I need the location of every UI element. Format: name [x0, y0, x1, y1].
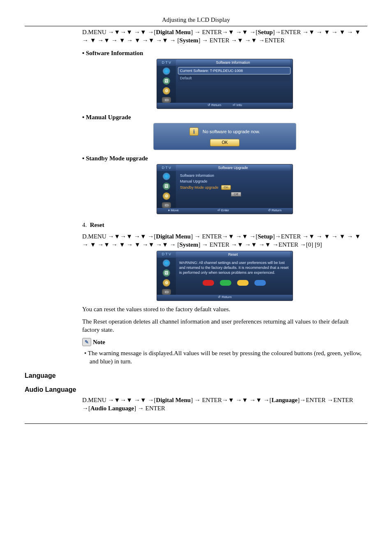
footer-return[interactable]: ↺ Return — [208, 103, 221, 108]
nav-enter2: ENTER — [281, 29, 301, 35]
osd-main: Software Information Manual Upgrade Stan… — [176, 171, 293, 208]
globe-icon: 🌐 — [163, 259, 170, 267]
reset-desc-1: You can reset the values stored to the f… — [82, 305, 367, 313]
osd-sidebar: 🌐 🖼 ⚙ ▭ — [157, 171, 176, 208]
heading-language: Language — [25, 372, 367, 379]
dialog-manual-upgrade: i No software to upgrade now. OK — [153, 123, 296, 150]
bullet-software-info: Software Information — [82, 49, 367, 57]
osd-footer: ↺ Return ⏎ Info — [157, 103, 293, 109]
nav-prefix: D.MENU — [82, 29, 108, 35]
enter-icon: ⏎ — [217, 208, 220, 212]
nav-enter: ENTER — [202, 29, 222, 35]
option-off[interactable]: Off — [231, 192, 241, 197]
nav-path-reset: D.MENU →▼→▼ →▼ →[Digital Menu] → ENTER→▼… — [82, 232, 367, 249]
remote-icon: ▭ — [162, 202, 171, 208]
remote-icon: ▭ — [162, 289, 171, 295]
move-icon: ♦ — [168, 208, 170, 212]
default-row: Default — [178, 75, 290, 81]
reset-desc-2: The Reset operation deletes all channel … — [82, 317, 367, 334]
gear-icon: ⚙ — [163, 192, 170, 200]
row-sw-info[interactable]: Software Information — [178, 173, 290, 178]
remote-icon: ▭ — [162, 97, 171, 103]
colour-button-yellow[interactable] — [237, 280, 249, 286]
footer-info[interactable]: ⏎ Info — [233, 103, 242, 108]
note-text: The warning message is displayed.All val… — [90, 349, 367, 366]
note-icon: ✎ — [82, 338, 91, 346]
note-heading: ✎ Note — [82, 338, 367, 346]
heading-audio-language: Audio Language — [25, 386, 367, 393]
footer-move[interactable]: ♦ Move — [168, 208, 179, 213]
row-manual-upgrade[interactable]: Manual Upgrade — [178, 178, 290, 184]
nav-enter3: ENTER — [210, 37, 229, 44]
ok-button[interactable]: OK — [210, 139, 240, 146]
picture-icon: 🖼 — [163, 183, 170, 190]
info-icon: ⏎ — [233, 103, 235, 107]
osd-header: D T V Software Upgrade — [157, 164, 293, 171]
bullet-manual-upgrade: Manual Upgrade — [82, 113, 367, 121]
osd-header: D T V Reset — [157, 251, 293, 258]
osd-title: Reset — [176, 252, 290, 257]
current-software-row[interactable]: Current Software: T-PERLDEUC-1008 — [178, 67, 290, 74]
bullet-standby-upgrade: Standby Mode upgrade — [82, 154, 367, 162]
osd-title: Software Upgrade — [176, 165, 290, 171]
gear-icon: ⚙ — [163, 279, 170, 287]
osd-sidebar: 🌐 🖼 ⚙ ▭ — [157, 258, 176, 295]
page-header: Adjusting the LCD Display — [25, 16, 367, 26]
nav-path-audio-language: D.MENU →▼→▼ →▼ →[Digital Menu] → ENTER→▼… — [82, 396, 367, 413]
nav-enter4: ENTER — [265, 37, 284, 44]
globe-icon: 🌐 — [163, 173, 170, 180]
osd-main: Current Software: T-PERLDEUC-1008 Defaul… — [176, 66, 293, 103]
dialog-message: No software to upgrade now. — [203, 129, 260, 135]
info-badge-icon: i — [189, 127, 198, 136]
reset-warning-text: WARNING: All channel settings and user p… — [178, 259, 290, 278]
globe-icon: 🌐 — [163, 67, 170, 75]
osd-main: WARNING: All channel settings and user p… — [176, 258, 293, 295]
footer-return[interactable]: ↺ Return — [268, 208, 281, 213]
footer-return[interactable]: ↺ Return — [218, 295, 231, 300]
nav-digital: Digital Menu — [156, 29, 191, 35]
option-on[interactable]: On — [221, 185, 231, 190]
step-number: 4. — [82, 222, 87, 228]
return-icon: ↺ — [268, 208, 271, 212]
osd-title: Software Information — [176, 60, 290, 65]
dtv-label: D T V — [157, 252, 176, 257]
header-divider — [25, 26, 367, 26]
return-icon: ↺ — [218, 295, 221, 299]
return-icon: ↺ — [208, 103, 210, 107]
header-title: Adjusting the LCD Display — [25, 16, 367, 23]
gear-icon: ⚙ — [163, 87, 170, 95]
note-label: Note — [93, 338, 105, 346]
footer-divider — [25, 423, 367, 424]
dtv-label: D T V — [157, 60, 176, 65]
step-4-reset: 4. Reset — [82, 221, 367, 229]
picture-icon: 🖼 — [163, 77, 170, 85]
colour-button-red[interactable] — [203, 280, 214, 286]
osd-panel-software-info: D T V Software Information 🌐 🖼 ⚙ ▭ Curre… — [157, 59, 293, 109]
nav-system: System — [180, 37, 198, 44]
colour-button-green[interactable] — [220, 280, 231, 286]
osd-panel-software-upgrade: D T V Software Upgrade 🌐 🖼 ⚙ ▭ Software … — [157, 164, 293, 214]
osd-sidebar: 🌐 🖼 ⚙ ▭ — [157, 66, 176, 103]
footer-enter[interactable]: ⏎ Enter — [217, 208, 229, 213]
nav-path-system: D.MENU →▼→▼ →▼ →[Digital Menu] → ENTER→▼… — [82, 28, 367, 45]
osd-footer: ↺ Return — [157, 295, 293, 301]
colour-buttons-row — [178, 280, 290, 286]
row-standby-upgrade[interactable]: Standby Mode upgrade On — [178, 184, 290, 191]
dtv-label: D T V — [157, 165, 176, 170]
standby-label: Standby Mode upgrade — [180, 185, 219, 190]
osd-panel-reset: D T V Reset 🌐 🖼 ⚙ ▭ WARNING: All channel… — [157, 251, 293, 301]
step-label: Reset — [90, 222, 104, 228]
colour-button-blue[interactable] — [254, 280, 266, 286]
picture-icon: 🖼 — [163, 269, 170, 277]
osd-footer: ♦ Move ⏎ Enter ↺ Return — [157, 208, 293, 214]
osd-header: D T V Software Information — [157, 59, 293, 66]
nav-setup: Setup — [258, 29, 273, 35]
